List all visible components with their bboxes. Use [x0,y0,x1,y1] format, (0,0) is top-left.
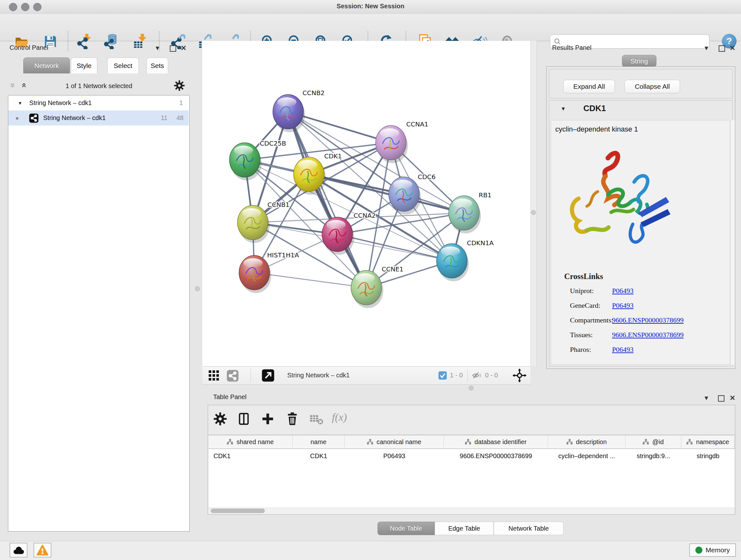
network-node-CDK1[interactable]: CDK1 [293,152,342,195]
results-panel-float-icon[interactable]: ▼ [703,45,710,52]
right-splitter-handle[interactable] [531,210,536,215]
grid-view-icon[interactable] [209,370,219,382]
table-row[interactable]: CDK1CDK1P064939606.ENSP00000378699cyclin… [208,449,735,463]
tab-style[interactable]: Style [71,57,97,73]
network-node-CDKN1A[interactable]: CDKN1A [436,239,494,281]
control-panel-close-icon[interactable]: ✕ [181,44,186,52]
control-panel-maximize-icon[interactable] [170,45,176,52]
title-bar: Session: New Session [0,0,741,14]
network-canvas[interactable]: CCNB2CCNA1CDC25BCDK1CDC6RB1CCNB1CCNA2CDK… [202,41,530,366]
column-header-4[interactable]: description [548,435,625,449]
results-panel-maximize-icon[interactable] [719,45,725,52]
birds-eye-view-button[interactable] [262,369,274,383]
network-options-gear-icon[interactable] [174,80,185,92]
left-splitter-handle[interactable] [195,287,200,291]
table-scrollbar-thumb[interactable] [211,509,265,513]
table-panel-title: Table Panel [213,393,247,401]
collapse-all-button[interactable]: Collapse All [624,80,680,93]
delete-table-icon[interactable] [310,414,324,427]
results-panel-close-icon[interactable]: ✕ [730,44,735,52]
crosslink-value-3[interactable]: 9606.ENSP00000378699 [612,331,684,339]
network-row[interactable]: ● String Network – cdk1 11 48 [8,111,189,125]
crosslink-value-1[interactable]: P06493 [612,301,633,310]
protein-structure-image [560,144,686,273]
import-database-icon [104,34,119,49]
expand-all-networks-icon[interactable]: » [19,83,27,87]
column-model-icon [566,439,573,445]
column-model-icon [367,439,374,445]
tab-select[interactable]: Select [107,57,139,73]
import-table-file-button[interactable] [132,34,147,49]
add-column-icon[interactable] [261,413,274,427]
results-panel-title: Results Panel [552,44,591,51]
table-panel-maximize-icon[interactable] [718,395,724,401]
tab-network[interactable]: Network [23,57,70,73]
network-results-splitter[interactable] [530,41,537,366]
table-header-row: shared namenamecanonical namedatabase id… [208,435,735,449]
crosslinks-heading: CrossLinks [564,272,603,281]
results-scrollbar[interactable] [730,120,735,365]
network-selection-label: 1 of 1 Network selected [45,82,153,90]
crosslink-value-4[interactable]: P06493 [612,346,633,354]
cell-3: 9606.ENSP00000378699 [444,449,548,463]
import-network-file-button[interactable] [77,34,92,49]
table-horizontal-scrollbar [208,508,735,514]
import-network-database-button[interactable] [104,34,119,49]
cell-4: cyclin–dependent ... [548,449,625,463]
table-panel-close-icon[interactable]: ✕ [730,394,735,402]
tab-edge-table[interactable]: Edge Table [434,522,494,535]
crosslink-value-0[interactable]: P06493 [612,287,633,295]
column-header-6[interactable]: namespace [681,435,735,449]
column-header-5[interactable]: @id [625,435,681,449]
tab-sets[interactable]: Sets [146,57,168,73]
import-table-icon [132,34,147,49]
hidden-count: 0 - 0 [485,372,498,379]
network-node-CCNB2[interactable]: CCNB2 [273,89,325,132]
network-node-HIST1H1A[interactable]: HIST1H1A [239,251,299,293]
network-collection-row[interactable]: ▼ String Network – cdk1 1 [8,96,189,111]
node-label-CCNB1: CCNB1 [267,201,289,208]
memory-button[interactable]: Memory [689,543,736,557]
network-node-CCNA1[interactable]: CCNA1 [376,120,428,163]
cell-1: CDK1 [293,449,345,463]
table-panel-float-icon[interactable]: ▼ [703,395,710,401]
column-model-icon [227,439,233,445]
tab-network-table[interactable]: Network Table [494,522,563,535]
tab-string[interactable]: String [622,55,657,67]
function-builder-icon[interactable]: f(x) [332,411,347,423]
network-node-CCNB1[interactable]: CCNB1 [238,201,289,243]
collapse-all-networks-icon[interactable]: » [9,83,17,87]
gene-collapse-icon[interactable]: ▼ [561,106,566,112]
crosslink-label-0: Uniprot: [570,287,594,295]
column-header-3[interactable]: database identifier [444,435,548,449]
expand-all-button[interactable]: Expand All [563,80,615,93]
table-settings-gear-icon[interactable] [213,412,227,427]
column-header-2[interactable]: canonical name [345,435,444,449]
crosslink-value-2[interactable]: 9606.ENSP00000378699 [612,316,684,324]
fit-content-crosshair-icon[interactable] [513,368,527,384]
selected-checkbox-icon[interactable] [439,371,447,381]
column-header-1[interactable]: name [293,435,345,449]
tab-node-table[interactable]: Node Table [378,522,434,535]
control-panel-float-icon[interactable]: ▼ [154,45,160,52]
cell-2: P06493 [345,449,444,463]
cloud-status-button[interactable] [10,543,27,557]
show-columns-icon[interactable] [238,413,250,427]
network-node-RB1[interactable]: RB1 [449,191,491,233]
hidden-eye-slash-icon[interactable] [472,371,482,381]
warnings-button[interactable] [33,543,51,557]
network-status-toolbar: String Network – cdk1 1 - 0 0 - 0 [202,366,530,385]
window-title: Session: New Session [0,3,741,10]
network-node-CDC6[interactable]: CDC6 [389,173,435,214]
network-list: ▼ String Network – cdk1 1 ● String Netwo… [8,95,190,532]
bottom-splitter-handle[interactable] [469,386,474,390]
network-view-share-icon[interactable] [226,370,239,383]
network-edges [245,112,464,288]
crosslink-label-2: Compartments: [570,316,613,324]
cell-0: CDK1 [208,449,293,463]
network-share-icon [29,113,39,123]
column-header-0[interactable]: shared name [208,435,293,449]
tree-expander-icon[interactable]: ▼ [18,101,22,106]
warning-triangle-icon [36,544,49,556]
delete-column-trash-icon[interactable] [286,412,299,427]
